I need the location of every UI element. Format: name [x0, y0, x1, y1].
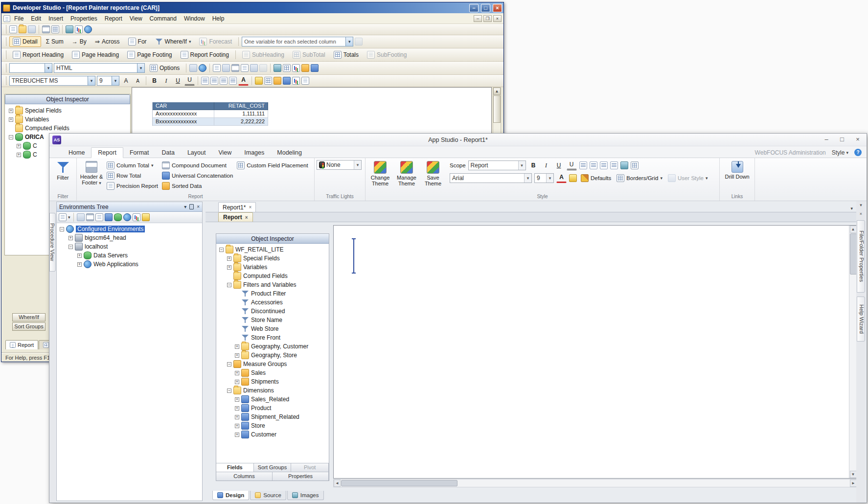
font-color-button[interactable]: A: [556, 174, 567, 183]
close-tab-icon[interactable]: ×: [249, 205, 251, 210]
borders-grid-button[interactable]: Borders/Grid▾: [615, 174, 664, 183]
align-right-icon[interactable]: [220, 77, 228, 85]
cut-icon[interactable]: [213, 64, 221, 72]
defaults-button[interactable]: Defaults: [579, 174, 613, 183]
font-color-button[interactable]: A: [238, 76, 249, 86]
save-icon[interactable]: [28, 25, 36, 33]
open-icon[interactable]: [19, 25, 26, 33]
totals-button[interactable]: Totals: [330, 49, 362, 60]
font-size-combo[interactable]: 9▾: [534, 173, 554, 183]
dev-close-button[interactable]: ×: [493, 4, 502, 12]
scroll-left-button[interactable]: ◄: [334, 480, 341, 487]
expander-icon[interactable]: −: [227, 362, 231, 367]
toolbar-grip[interactable]: [5, 25, 6, 34]
bold-button[interactable]: B: [149, 76, 160, 86]
expander-icon[interactable]: −: [69, 245, 73, 249]
toolbar-grip[interactable]: [5, 64, 6, 72]
universal-concatenation-button[interactable]: Universal Concatenation: [160, 171, 234, 180]
sorted-data-button[interactable]: Sorted Data: [160, 181, 234, 190]
highlight-color-icon[interactable]: [255, 77, 263, 85]
align-center-icon[interactable]: [590, 161, 597, 169]
style-grid-icon[interactable]: [631, 161, 639, 169]
redo-icon[interactable]: [259, 64, 267, 72]
scroll-down-button[interactable]: ▼: [850, 471, 857, 478]
tab-properties[interactable]: Properties: [273, 472, 329, 481]
word-document-icon[interactable]: [105, 213, 113, 221]
visualize-icon[interactable]: [292, 77, 300, 85]
tab-report[interactable]: Report: [91, 147, 123, 158]
scroll-thumb[interactable]: [493, 95, 501, 123]
tab-columns[interactable]: Columns: [216, 472, 273, 481]
expander-icon[interactable]: +: [227, 256, 231, 261]
grid-cell-car[interactable]: Axxxxxxxxxxxxxx: [153, 110, 214, 118]
align-left-icon[interactable]: [201, 77, 209, 85]
field-view-icon[interactable]: [274, 64, 281, 72]
tab-home[interactable]: Home: [62, 148, 91, 158]
tree-item-variables[interactable]: +Variables: [217, 263, 328, 272]
expander-icon[interactable]: +: [235, 415, 239, 419]
tree-item-computed-fields[interactable]: Computed Fields: [6, 124, 129, 133]
expander-icon[interactable]: +: [17, 153, 21, 157]
tree-item-store-name[interactable]: Store Name: [217, 316, 328, 324]
mdi-close-button[interactable]: ×: [493, 15, 502, 22]
tab-design[interactable]: Design: [212, 491, 249, 500]
grid-header-retail-cost[interactable]: RETAIL_COST: [214, 102, 268, 110]
app-title-bar[interactable]: AS App Studio - Report1* – □ ×: [49, 134, 867, 146]
options-button[interactable]: Options: [146, 63, 183, 73]
menu-window[interactable]: Window: [181, 14, 208, 23]
align-justify-icon[interactable]: [229, 77, 237, 85]
tree-item-shipments[interactable]: +Shipments: [217, 377, 328, 386]
new-item-caret-icon[interactable]: ▾: [68, 215, 70, 220]
compound-document-button[interactable]: Compound Document: [160, 160, 234, 170]
tab-modeling[interactable]: Modeling: [271, 148, 308, 158]
tree-item-sales[interactable]: +Sales: [217, 368, 328, 377]
mdi-minimize-button[interactable]: –: [474, 15, 482, 22]
subheading-button[interactable]: SubHeading: [239, 49, 288, 60]
excel-document-icon[interactable]: [114, 213, 122, 221]
grid-style-icon[interactable]: [264, 77, 272, 85]
report-view-tab[interactable]: Report×: [218, 212, 253, 222]
report-design-canvas[interactable]: ▲ ▼: [333, 225, 857, 479]
close-icon[interactable]: ×: [197, 204, 200, 209]
variable-mode-combo[interactable]: One variable for each selected column▾: [242, 37, 353, 46]
tree-item-geography-store[interactable]: +Geography, Store: [217, 351, 328, 360]
tree-item-configured-environments[interactable]: −Configured Environments: [58, 225, 201, 233]
environments-tree-header[interactable]: Environments Tree ▾ ×: [57, 202, 202, 212]
save-style-icon[interactable]: [189, 64, 197, 72]
app-maximize-button[interactable]: □: [834, 135, 850, 145]
tree-item-measure-groups[interactable]: −Measure Groups: [217, 360, 328, 368]
mdi-child-icon[interactable]: [3, 15, 10, 22]
expander-icon[interactable]: +: [77, 262, 82, 267]
subfooting-button[interactable]: SubFooting: [364, 49, 410, 60]
chevron-down-icon[interactable]: ▾: [860, 203, 862, 207]
output-format-combo[interactable]: HTML▾: [54, 63, 145, 73]
manage-theme-button[interactable]: Manage Theme: [394, 160, 419, 186]
tree-item-accessories[interactable]: Accessories: [217, 298, 328, 307]
run-icon[interactable]: [84, 25, 92, 33]
close-icon[interactable]: ×: [860, 211, 862, 216]
expander-icon[interactable]: −: [219, 248, 224, 252]
underline-style-button[interactable]: U: [184, 76, 195, 86]
sum-button[interactable]: ΣSum: [43, 37, 67, 46]
tree-item-sales-related[interactable]: +Sales_Related: [217, 395, 328, 404]
expander-icon[interactable]: +: [235, 424, 239, 428]
tree-item-dimensions[interactable]: −Dimensions: [217, 386, 328, 395]
grid-cell-car[interactable]: Bxxxxxxxxxxxxxx: [153, 118, 214, 126]
traffic-lights-combo[interactable]: None▾: [317, 160, 362, 170]
tab-format[interactable]: Format: [123, 148, 156, 158]
tree-item-product[interactable]: +Product: [217, 404, 328, 412]
banding-icon[interactable]: [274, 77, 281, 85]
forecast-button[interactable]: Forecast: [196, 36, 235, 47]
header-footer-button[interactable]: Header & Footer ▾: [79, 160, 104, 186]
tree-item-store[interactable]: +Store: [217, 421, 328, 430]
expander-icon[interactable]: −: [60, 227, 64, 231]
scope-combo[interactable]: Report▾: [468, 160, 526, 170]
undo-icon[interactable]: [250, 64, 258, 72]
variable-options-icon[interactable]: [355, 38, 363, 46]
detail-button[interactable]: Detail: [9, 36, 41, 47]
expander-icon[interactable]: +: [235, 371, 239, 375]
tab-source[interactable]: Source: [250, 491, 286, 500]
app-close-button[interactable]: ×: [850, 135, 866, 145]
tab-images[interactable]: Images: [287, 491, 324, 500]
style-combo[interactable]: ▾: [9, 63, 52, 73]
